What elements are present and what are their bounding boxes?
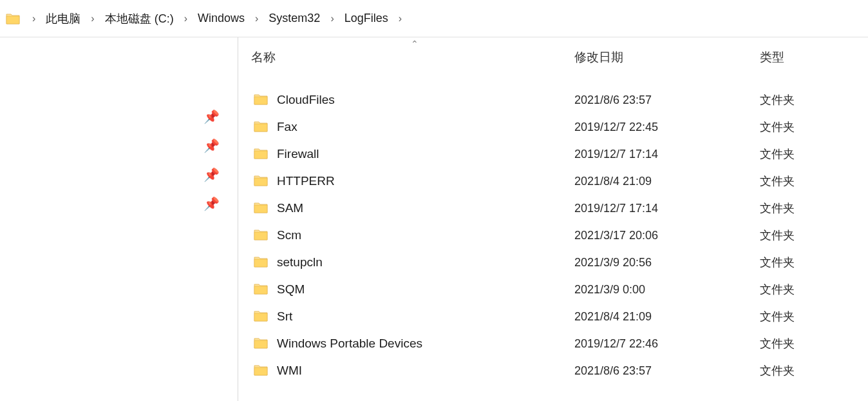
breadcrumb-logfiles[interactable]: LogFiles bbox=[341, 9, 392, 28]
item-date: 2019/12/7 22:46 bbox=[574, 337, 760, 351]
folder-icon bbox=[254, 282, 269, 297]
sort-indicator-icon: ⌃ bbox=[411, 39, 419, 49]
breadcrumb-sep: › bbox=[392, 13, 408, 24]
item-date: 2021/3/17 20:06 bbox=[574, 229, 760, 242]
item-name: Firewall bbox=[277, 147, 319, 161]
item-date: 2021/3/9 0:00 bbox=[574, 283, 760, 297]
item-type: 文件夹 bbox=[760, 255, 868, 270]
breadcrumb-local-disk[interactable]: 本地磁盘 (C:) bbox=[101, 8, 178, 29]
item-type: 文件夹 bbox=[760, 146, 868, 162]
list-item[interactable]: CloudFiles2021/8/6 23:57文件夹 bbox=[238, 86, 868, 113]
folder-icon bbox=[254, 147, 269, 161]
folder-icon bbox=[254, 337, 269, 351]
item-name: Srt bbox=[277, 309, 292, 324]
breadcrumb-windows[interactable]: Windows bbox=[194, 9, 249, 28]
breadcrumb-sep: › bbox=[84, 13, 100, 24]
breadcrumb-sep: › bbox=[178, 13, 194, 24]
item-name: SAM bbox=[277, 201, 303, 215]
item-type: 文件夹 bbox=[760, 173, 868, 189]
quick-access-pane: 📌 📌 📌 📌 bbox=[0, 37, 238, 401]
item-name: Scm bbox=[277, 228, 301, 242]
item-date: 2021/8/6 23:57 bbox=[574, 364, 760, 378]
pin-icon: 📌 bbox=[203, 138, 220, 153]
folder-icon bbox=[254, 255, 269, 269]
item-name: SQM bbox=[277, 282, 305, 297]
list-item[interactable]: setupcln2021/3/9 20:56文件夹 bbox=[238, 249, 868, 276]
item-type: 文件夹 bbox=[760, 336, 868, 351]
quick-access-pin[interactable]: 📌 bbox=[0, 102, 238, 131]
pin-icon: 📌 bbox=[203, 196, 220, 211]
pin-icon: 📌 bbox=[203, 167, 220, 182]
item-date: 2021/8/4 21:09 bbox=[574, 175, 760, 188]
breadcrumb-sep: › bbox=[249, 13, 265, 24]
breadcrumb-this-pc[interactable]: 此电脑 bbox=[42, 8, 84, 29]
item-type: 文件夹 bbox=[760, 282, 868, 297]
folder-icon bbox=[254, 201, 269, 215]
item-type: 文件夹 bbox=[760, 309, 868, 324]
item-name: HTTPERR bbox=[277, 174, 335, 188]
item-date: 2021/8/4 21:09 bbox=[574, 310, 760, 324]
quick-access-pin[interactable]: 📌 bbox=[0, 160, 238, 189]
column-header-type[interactable]: 类型 bbox=[760, 50, 784, 64]
list-item[interactable]: Srt2021/8/4 21:09文件夹 bbox=[238, 303, 868, 330]
item-date: 2019/12/7 17:14 bbox=[574, 202, 760, 215]
column-header-name[interactable]: 名称 bbox=[251, 50, 276, 64]
list-item[interactable]: SQM2021/3/9 0:00文件夹 bbox=[238, 276, 868, 303]
folder-icon bbox=[254, 93, 269, 107]
breadcrumb[interactable]: › 此电脑 › 本地磁盘 (C:) › Windows › System32 ›… bbox=[0, 0, 868, 37]
breadcrumb-system32[interactable]: System32 bbox=[265, 9, 324, 28]
item-name: Fax bbox=[277, 120, 297, 134]
file-list: ⌃ 名称 修改日期 类型 CloudFiles2021/8/6 23:57文件夹… bbox=[238, 37, 868, 401]
quick-access-pin[interactable]: 📌 bbox=[0, 131, 238, 160]
item-type: 文件夹 bbox=[760, 228, 868, 243]
folder-icon bbox=[254, 228, 269, 242]
item-date: 2021/3/9 20:56 bbox=[574, 256, 760, 269]
quick-access-pin[interactable]: 📌 bbox=[0, 189, 238, 218]
folder-icon bbox=[254, 364, 269, 378]
item-type: 文件夹 bbox=[760, 363, 868, 378]
folder-icon bbox=[5, 11, 21, 26]
item-name: Windows Portable Devices bbox=[277, 337, 422, 351]
item-name: WMI bbox=[277, 364, 302, 378]
item-name: setupcln bbox=[277, 255, 323, 269]
item-name: CloudFiles bbox=[277, 93, 335, 107]
item-date: 2021/8/6 23:57 bbox=[574, 93, 760, 107]
list-item[interactable]: Scm2021/3/17 20:06文件夹 bbox=[238, 222, 868, 249]
list-item[interactable]: Firewall2019/12/7 17:14文件夹 bbox=[238, 141, 868, 168]
pin-icon: 📌 bbox=[203, 109, 220, 124]
folder-icon bbox=[254, 174, 269, 188]
list-item[interactable]: Windows Portable Devices2019/12/7 22:46文… bbox=[238, 330, 868, 357]
column-headers: ⌃ 名称 修改日期 类型 bbox=[238, 37, 868, 75]
folder-icon bbox=[254, 309, 269, 324]
item-type: 文件夹 bbox=[760, 200, 868, 216]
breadcrumb-sep: › bbox=[26, 13, 42, 24]
item-type: 文件夹 bbox=[760, 92, 868, 108]
list-item[interactable]: SAM2019/12/7 17:14文件夹 bbox=[238, 195, 868, 222]
breadcrumb-sep: › bbox=[324, 13, 340, 24]
list-item[interactable]: WMI2021/8/6 23:57文件夹 bbox=[238, 357, 868, 384]
column-header-date[interactable]: 修改日期 bbox=[574, 50, 623, 64]
item-date: 2019/12/7 22:45 bbox=[574, 121, 760, 134]
item-date: 2019/12/7 17:14 bbox=[574, 148, 760, 161]
folder-icon bbox=[254, 120, 269, 134]
list-item[interactable]: HTTPERR2021/8/4 21:09文件夹 bbox=[238, 168, 868, 195]
list-item[interactable]: Fax2019/12/7 22:45文件夹 bbox=[238, 113, 868, 141]
item-type: 文件夹 bbox=[760, 119, 868, 135]
